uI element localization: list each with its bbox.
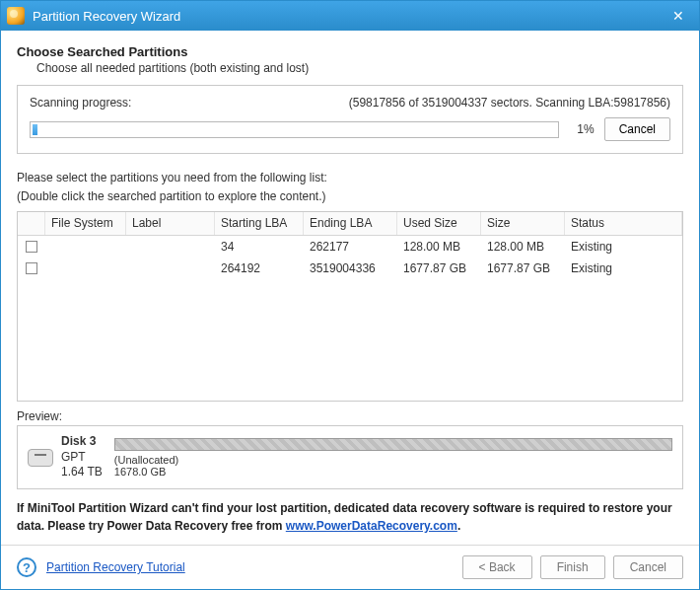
disk-region-size: 1678.0 GB <box>114 466 672 478</box>
tutorial-link[interactable]: Partition Recovery Tutorial <box>46 560 185 574</box>
app-icon <box>7 7 25 25</box>
cell-size: 1677.87 GB <box>481 258 565 279</box>
column-label: Label <box>126 212 215 235</box>
disk-map: (Unallocated) 1678.0 GB <box>114 438 672 478</box>
cancel-scan-button[interactable]: Cancel <box>604 117 670 141</box>
progress-percent: 1% <box>569 122 595 136</box>
disk-region-bar[interactable] <box>114 438 672 451</box>
cell-used-size: 128.00 MB <box>397 236 481 258</box>
disk-icon <box>28 449 53 467</box>
cell-label <box>126 236 215 258</box>
disk-scheme: GPT <box>61 450 103 466</box>
power-data-recovery-link[interactable]: www.PowerDataRecovery.com <box>286 519 457 533</box>
page-heading: Choose Searched Partitions <box>17 44 683 59</box>
disk-name: Disk 3 <box>61 434 103 450</box>
page-subheading: Choose all needed partitions (both exist… <box>36 61 683 75</box>
cell-status: Existing <box>565 236 682 258</box>
close-icon: ✕ <box>672 8 684 24</box>
cell-used-size: 1677.87 GB <box>397 258 481 279</box>
progress-bar <box>30 121 559 138</box>
cell-starting-lba: 264192 <box>215 258 304 279</box>
progress-bar-fill <box>33 124 37 135</box>
column-used-size: Used Size <box>397 212 481 235</box>
note-text-after: . <box>457 519 460 533</box>
cell-ending-lba: 262177 <box>304 236 397 258</box>
window: Partition Recovery Wizard ✕ Choose Searc… <box>0 0 700 590</box>
recovery-note: If MiniTool Partition Wizard can't find … <box>17 499 683 535</box>
cancel-button[interactable]: Cancel <box>613 555 683 579</box>
instruction-line-1: Please select the partitions you need fr… <box>17 170 683 186</box>
window-title: Partition Recovery Wizard <box>33 9 180 24</box>
row-checkbox[interactable] <box>26 241 37 253</box>
scanning-progress-panel: Scanning progress: (59817856 of 35190043… <box>17 85 683 154</box>
progress-label: Scanning progress: <box>30 96 131 110</box>
disk-region-label: (Unallocated) <box>114 454 672 466</box>
progress-detail: (59817856 of 3519004337 sectors. Scannin… <box>131 96 670 110</box>
cell-status: Existing <box>565 258 682 279</box>
content-area: Choose Searched Partitions Choose all ne… <box>1 31 699 545</box>
column-starting-lba: Starting LBA <box>215 212 304 235</box>
cell-ending-lba: 3519004336 <box>304 258 397 279</box>
table-row[interactable]: 34262177128.00 MB128.00 MBExisting <box>18 236 682 258</box>
disk-capacity: 1.64 TB <box>61 465 103 480</box>
title-bar: Partition Recovery Wizard ✕ <box>1 1 699 31</box>
column-ending-lba: Ending LBA <box>304 212 397 235</box>
table-row[interactable]: 26419235190043361677.87 GB1677.87 GBExis… <box>18 258 682 279</box>
instruction-line-2: (Double click the searched partition to … <box>17 188 683 205</box>
cell-filesystem <box>45 258 126 279</box>
partition-table: File System Label Starting LBA Ending LB… <box>17 211 683 403</box>
cell-starting-lba: 34 <box>215 236 304 258</box>
cell-size: 128.00 MB <box>481 236 565 258</box>
column-size: Size <box>481 212 565 235</box>
close-button[interactable]: ✕ <box>662 5 695 27</box>
cell-label <box>126 258 215 279</box>
finish-button[interactable]: Finish <box>540 555 605 579</box>
help-icon[interactable]: ? <box>17 557 36 577</box>
back-button[interactable]: < Back <box>462 555 532 579</box>
disk-text: Disk 3 GPT 1.64 TB <box>61 434 103 480</box>
row-checkbox[interactable] <box>26 262 37 274</box>
preview-label: Preview: <box>17 409 683 423</box>
column-status: Status <box>565 212 682 235</box>
column-check <box>18 212 45 235</box>
table-header-row: File System Label Starting LBA Ending LB… <box>18 212 682 236</box>
table-body: 34262177128.00 MB128.00 MBExisting264192… <box>18 236 682 402</box>
preview-panel: Disk 3 GPT 1.64 TB (Unallocated) 1678.0 … <box>17 425 683 489</box>
disk-info: Disk 3 GPT 1.64 TB <box>28 434 103 480</box>
footer-bar: ? Partition Recovery Tutorial < Back Fin… <box>1 545 699 589</box>
cell-filesystem <box>45 236 126 258</box>
column-filesystem: File System <box>45 212 126 235</box>
